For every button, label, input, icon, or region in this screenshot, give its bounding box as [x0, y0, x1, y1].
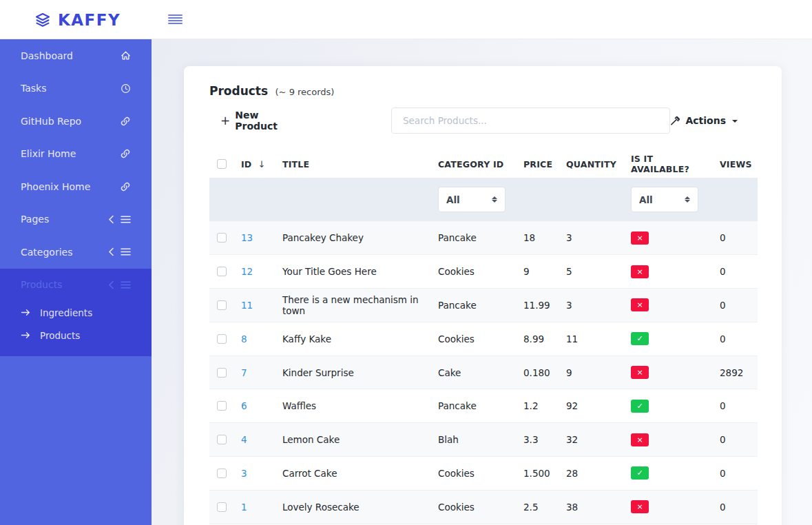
- row-checkbox[interactable]: [217, 233, 227, 243]
- row-id-link[interactable]: 4: [241, 434, 247, 445]
- row-checkbox[interactable]: [217, 368, 227, 378]
- sidebar-item-github-repo[interactable]: GitHub Repo: [0, 105, 152, 138]
- sidebar-item-dashboard[interactable]: Dashboard: [0, 39, 152, 72]
- sidebar-item-categories[interactable]: Categories: [0, 236, 152, 269]
- row-id-link[interactable]: 8: [241, 333, 247, 344]
- column-header-available[interactable]: IS IT AVAILABLE?: [624, 150, 713, 178]
- select-all-checkbox[interactable]: [217, 159, 227, 169]
- cell-price: 1.2: [517, 389, 559, 423]
- available-yes-badge: ✓: [631, 332, 649, 345]
- cell-title: Kaffy Kake: [275, 322, 431, 356]
- hammer-icon: [670, 116, 680, 126]
- chevron-left-icon: [108, 280, 114, 289]
- table-row: 3Carrot CakeCookies1.50028✓0: [209, 457, 758, 491]
- column-header-id[interactable]: ID↓: [234, 150, 275, 178]
- cell-title: Carrot Cake: [275, 457, 431, 491]
- cell-title: Lemon Cake: [275, 423, 431, 457]
- row-id-link[interactable]: 13: [241, 232, 253, 243]
- row-checkbox[interactable]: [217, 435, 227, 444]
- logo-text: KAFFY: [58, 11, 121, 29]
- products-card: Products (~ 9 records) + New Product: [184, 66, 782, 525]
- sidebar-item-label: Pages: [21, 214, 49, 225]
- cell-views: 0: [713, 289, 758, 322]
- column-header-views[interactable]: VIEWS: [713, 150, 758, 178]
- available-yes-badge: ✓: [631, 466, 649, 480]
- row-id-link[interactable]: 6: [241, 400, 247, 411]
- cell-title: Waffles: [275, 389, 431, 423]
- sort-desc-icon[interactable]: ↓: [258, 159, 265, 169]
- caret-down-icon: [732, 120, 738, 123]
- link-icon: [120, 148, 131, 159]
- row-checkbox[interactable]: [217, 502, 227, 512]
- sidebar-item-tasks[interactable]: Tasks: [0, 72, 152, 105]
- filter-row: All All: [209, 178, 758, 221]
- new-product-button[interactable]: + New Product: [220, 110, 295, 132]
- sidebar-item-icons: [120, 181, 131, 192]
- cell-price: 3.3: [517, 423, 559, 457]
- row-id-link[interactable]: 11: [241, 300, 253, 311]
- sidebar-item-icons: [121, 50, 131, 61]
- row-checkbox[interactable]: [217, 401, 227, 411]
- search-input[interactable]: [391, 107, 670, 134]
- sidebar-item-icons: [108, 247, 131, 256]
- cell-views: 0: [713, 389, 758, 423]
- cell-views: 2892: [713, 356, 758, 389]
- cell-quantity: 38: [559, 490, 624, 524]
- row-id-link[interactable]: 7: [241, 367, 247, 378]
- cell-quantity: 3: [559, 289, 624, 322]
- row-checkbox[interactable]: [217, 469, 227, 478]
- actions-dropdown-button[interactable]: Actions: [670, 115, 738, 126]
- cell-quantity: 32: [559, 423, 624, 457]
- top-bar: KAFFY: [0, 0, 812, 39]
- table-row: 7Kinder SurpriseCake0.1809×2892: [209, 356, 758, 389]
- column-header-title[interactable]: TITLE: [275, 150, 431, 178]
- cell-views: 0: [713, 255, 758, 289]
- row-id-link[interactable]: 1: [241, 502, 247, 513]
- cell-quantity: 11: [559, 322, 624, 356]
- cell-category: Blah: [431, 423, 517, 457]
- column-header-category[interactable]: CATEGORY ID: [431, 150, 517, 178]
- sidebar-item-label: Categories: [21, 247, 72, 258]
- category-filter-select[interactable]: All: [438, 187, 506, 212]
- available-filter-select[interactable]: All: [631, 187, 698, 212]
- row-checkbox[interactable]: [217, 334, 227, 344]
- sidebar-active-section: ProductsIngredientsProducts: [0, 269, 152, 357]
- sidebar-item-elixir-home[interactable]: Elixir Home: [0, 138, 152, 171]
- chevron-left-icon: [108, 215, 114, 224]
- sidebar-subitem-products[interactable]: Products: [0, 324, 152, 347]
- cell-category: Pancake: [431, 389, 517, 423]
- cell-views: 0: [713, 221, 758, 255]
- cell-views: 0: [713, 322, 758, 356]
- plus-icon: +: [220, 114, 230, 127]
- cell-title: Kinder Surprise: [275, 356, 431, 389]
- cell-title: Pancakey Chakey: [275, 221, 431, 255]
- sidebar-item-phoenix-home[interactable]: Phoenix Home: [0, 170, 152, 203]
- sidebar-subitem-label: Ingredients: [40, 307, 92, 318]
- arrow-right-icon: [21, 309, 30, 316]
- available-yes-badge: ✓: [631, 400, 649, 413]
- table-header-row: ID↓ TITLE CATEGORY ID PRICE QUANTITY IS …: [209, 150, 758, 178]
- cell-category: Cake: [431, 356, 517, 389]
- row-checkbox[interactable]: [217, 300, 227, 310]
- row-checkbox[interactable]: [217, 267, 227, 276]
- hamburger-menu-icon[interactable]: [168, 13, 183, 25]
- brand-logo[interactable]: KAFFY: [34, 0, 121, 39]
- cell-views: 0: [713, 457, 758, 491]
- row-id-link[interactable]: 12: [241, 266, 253, 277]
- main-content: Products (~ 9 records) + New Product: [152, 39, 812, 525]
- sidebar-subitem-ingredients[interactable]: Ingredients: [0, 301, 152, 324]
- sidebar-item-products[interactable]: Products: [0, 269, 152, 302]
- column-header-quantity[interactable]: QUANTITY: [559, 150, 624, 178]
- cell-views: 0: [713, 423, 758, 457]
- row-id-link[interactable]: 3: [241, 468, 247, 479]
- select-updown-icon: [685, 196, 690, 203]
- table-row: 4Lemon CakeBlah3.332×0: [209, 423, 758, 457]
- menu-icon: [121, 280, 131, 289]
- table-row: 8Kaffy KakeCookies8.9911✓0: [209, 322, 758, 356]
- column-header-price[interactable]: PRICE: [517, 150, 559, 178]
- cell-quantity: 3: [559, 221, 624, 255]
- sidebar-item-label: Dashboard: [21, 50, 73, 61]
- sidebar-item-pages[interactable]: Pages: [0, 203, 152, 236]
- layers-icon: [34, 12, 51, 28]
- sidebar-item-label: Elixir Home: [21, 148, 76, 159]
